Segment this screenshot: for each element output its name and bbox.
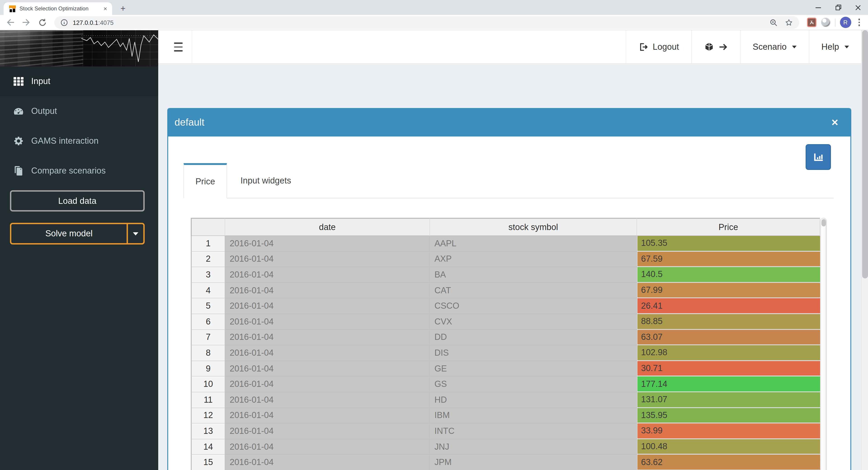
table-row: 7 2016-01-04 DD 63.07 — [191, 330, 820, 345]
close-icon[interactable]: ✕ — [831, 118, 839, 127]
table-row: 6 2016-01-04 CVX 88.85 — [191, 314, 820, 330]
stock-symbol-cell[interactable]: CAT — [430, 283, 637, 299]
price-cell[interactable]: 105.35 — [637, 236, 820, 251]
forward-icon[interactable] — [21, 17, 32, 28]
help-menu-button[interactable]: Help — [809, 30, 861, 64]
price-cell[interactable]: 33.99 — [637, 424, 820, 439]
price-cell[interactable]: 67.99 — [637, 283, 820, 299]
date-cell[interactable]: 2016-01-04 — [225, 424, 430, 439]
date-cell[interactable]: 2016-01-04 — [225, 439, 430, 455]
chevron-down-icon — [133, 232, 138, 235]
sidebar-item-input[interactable]: Input — [0, 66, 158, 96]
stock-symbol-cell[interactable]: GE — [430, 361, 637, 377]
stock-symbol-cell[interactable]: HD — [430, 392, 637, 408]
date-cell[interactable]: 2016-01-04 — [225, 267, 430, 283]
price-cell[interactable]: 102.98 — [637, 345, 820, 361]
tab-close-icon[interactable]: × — [102, 5, 108, 12]
page-scrollbar-thumb[interactable] — [862, 30, 868, 278]
export-scenario-button[interactable] — [691, 30, 740, 64]
stock-symbol-cell[interactable]: DD — [430, 330, 637, 345]
price-cell[interactable]: 131.07 — [637, 392, 820, 408]
stock-symbol-cell[interactable]: IBM — [430, 408, 637, 424]
stock-symbol-cell[interactable]: AAPL — [430, 236, 637, 251]
sidebar-item-label: GAMS interaction — [31, 136, 98, 146]
stock-symbol-cell[interactable]: JPM — [430, 455, 637, 470]
price-cell[interactable]: 67.59 — [637, 251, 820, 267]
scenario-panel: default ✕ — [167, 108, 851, 470]
sidebar-item-label: Compare scenarios — [31, 166, 106, 176]
sidebar-item-output[interactable]: Output — [0, 96, 158, 126]
new-tab-button[interactable]: + — [117, 2, 129, 15]
table-row: 10 2016-01-04 GS 177.14 — [191, 377, 820, 392]
address-bar[interactable]: 127.0.0.1:4075 — [54, 16, 799, 29]
browser-menu-kebab-icon[interactable] — [856, 19, 863, 26]
window-minimize-button[interactable] — [808, 0, 828, 15]
price-cell[interactable]: 135.95 — [637, 408, 820, 424]
cube-icon — [704, 42, 714, 52]
extension-circle-icon[interactable] — [821, 18, 830, 27]
sidebar-item-gams-interaction[interactable]: GAMS interaction — [0, 126, 158, 156]
solve-model-dropdown-toggle[interactable] — [127, 224, 143, 243]
table-row: 2 2016-01-04 AXP 67.59 — [191, 251, 820, 267]
price-cell[interactable]: 100.48 — [637, 439, 820, 455]
url-text: 127.0.0.1:4075 — [73, 19, 114, 26]
stock-symbol-cell[interactable]: CVX — [430, 314, 637, 330]
price-cell[interactable]: 177.14 — [637, 377, 820, 392]
price-cell[interactable]: 63.07 — [637, 330, 820, 345]
solve-model-button[interactable]: Solve model — [10, 223, 145, 245]
table-row: 12 2016-01-04 IBM 135.95 — [191, 408, 820, 424]
sidebar-item-label: Output — [31, 106, 57, 116]
row-index-cell: 4 — [191, 283, 225, 299]
date-cell[interactable]: 2016-01-04 — [225, 408, 430, 424]
stock-symbol-cell[interactable]: GS — [430, 377, 637, 392]
date-cell[interactable]: 2016-01-04 — [225, 330, 430, 345]
arrow-right-icon — [719, 42, 728, 52]
solve-model-label[interactable]: Solve model — [11, 224, 127, 243]
logout-button[interactable]: Logout — [626, 30, 691, 64]
site-info-icon[interactable] — [61, 19, 68, 26]
sidebar-menu: Input Output — [0, 66, 158, 186]
date-cell[interactable]: 2016-01-04 — [225, 251, 430, 267]
bookmark-star-icon[interactable] — [785, 19, 793, 27]
table-scrollbar-thumb[interactable] — [821, 219, 826, 226]
browser-window: Stock Selection Optimization × + — [0, 0, 868, 470]
price-cell[interactable]: 30.71 — [637, 361, 820, 377]
date-cell[interactable]: 2016-01-04 — [225, 314, 430, 330]
date-cell[interactable]: 2016-01-04 — [225, 361, 430, 377]
profile-avatar[interactable]: R — [840, 17, 851, 28]
window-restore-button[interactable] — [828, 0, 848, 15]
stock-symbol-cell[interactable]: CSCO — [430, 299, 637, 314]
back-icon[interactable] — [4, 17, 16, 28]
date-cell[interactable]: 2016-01-04 — [225, 455, 430, 470]
page-vertical-scrollbar[interactable] — [861, 30, 868, 470]
sidebar-toggle-hamburger-icon[interactable] — [164, 30, 192, 64]
zoom-magnifier-icon[interactable] — [770, 19, 778, 27]
price-cell[interactable]: 140.5 — [637, 267, 820, 283]
date-cell[interactable]: 2016-01-04 — [225, 236, 430, 251]
input-tabbox: Price Input widgets — [184, 163, 834, 198]
stock-symbol-cell[interactable]: INTC — [430, 424, 637, 439]
date-cell[interactable]: 2016-01-04 — [225, 392, 430, 408]
date-cell[interactable]: 2016-01-04 — [225, 299, 430, 314]
scenario-menu-button[interactable]: Scenario — [740, 30, 809, 64]
stock-symbol-cell[interactable]: BA — [430, 267, 637, 283]
browser-tab[interactable]: Stock Selection Optimization × — [4, 2, 112, 15]
stock-symbol-cell[interactable]: DIS — [430, 345, 637, 361]
sidebar-item-compare-scenarios[interactable]: Compare scenarios — [0, 156, 158, 186]
table-vertical-scrollbar[interactable] — [820, 218, 827, 470]
price-cell[interactable]: 88.85 — [637, 314, 820, 330]
date-cell[interactable]: 2016-01-04 — [225, 377, 430, 392]
window-close-button[interactable] — [848, 0, 868, 15]
tab-input-widgets[interactable]: Input widgets — [227, 163, 305, 198]
load-data-button[interactable]: Load data — [10, 190, 145, 212]
date-cell[interactable]: 2016-01-04 — [225, 283, 430, 299]
adobe-acrobat-extension-icon[interactable] — [807, 18, 816, 27]
reload-icon[interactable] — [37, 17, 48, 28]
stock-symbol-cell[interactable]: JNJ — [430, 439, 637, 455]
sidebar-item-label: Input — [31, 76, 51, 86]
price-cell[interactable]: 26.41 — [637, 299, 820, 314]
price-cell[interactable]: 63.62 — [637, 455, 820, 470]
stock-symbol-cell[interactable]: AXP — [430, 251, 637, 267]
date-cell[interactable]: 2016-01-04 — [225, 345, 430, 361]
tab-price[interactable]: Price — [184, 163, 227, 198]
